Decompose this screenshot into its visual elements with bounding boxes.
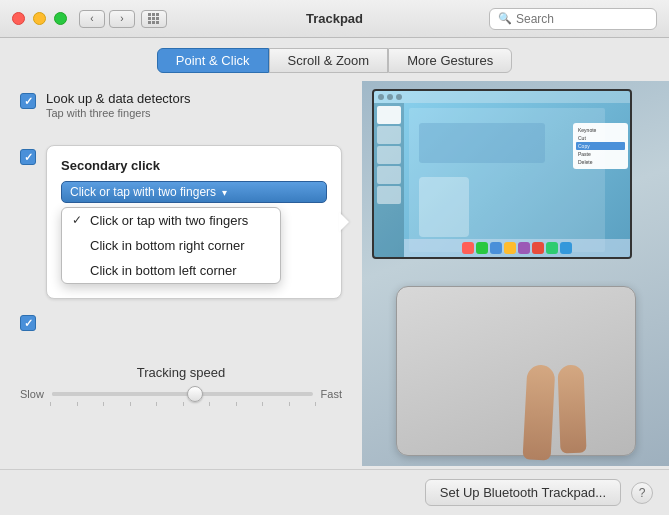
bottom-bar: Set Up Bluetooth Trackpad... ? [0,469,669,515]
dropdown-menu: Click or tap with two fingers Click in b… [61,207,281,284]
secondary-click-row: ✓ Secondary click Click or tap with two … [20,135,342,299]
tracking-speed-label: Tracking speed [20,365,342,380]
dock-icon-5 [518,242,530,254]
screen-main: Keynote Cut Copy Paste Delete [404,103,630,257]
trackpad-preview: Keynote Cut Copy Paste Delete [362,81,669,466]
screen-dock [404,239,630,257]
trackpad-device-wrap [396,286,636,456]
slide-thumb-5 [377,186,401,204]
tabs-bar: Point & Click Scroll & Zoom More Gesture… [0,38,669,81]
search-icon: 🔍 [498,12,512,25]
popup-item-1: Keynote [576,126,625,134]
lookup-checkbox[interactable]: ✓ [20,93,36,109]
slider-track [52,392,313,396]
slide-thumb-3 [377,146,401,164]
mac-screen-inner: Keynote Cut Copy Paste Delete [374,91,630,257]
search-input[interactable] [516,12,648,26]
secondary-click-card: Secondary click Click or tap with two fi… [46,145,342,299]
dock-icon-1 [462,242,474,254]
menu-dot-1 [378,94,384,100]
dock-icon-4 [504,242,516,254]
popup-item-4: Paste [576,150,625,158]
slider-fill [52,392,195,396]
maximize-button[interactable] [54,12,67,25]
secondary-click-dropdown[interactable]: Click or tap with two fingers ▾ [61,181,327,203]
close-button[interactable] [12,12,25,25]
search-box[interactable]: 🔍 [489,8,657,30]
lookup-setting-text: Look up & data detectors Tap with three … [46,91,191,119]
lookup-setting-row: ✓ Look up & data detectors Tap with thre… [20,91,342,119]
dock-icon-2 [476,242,488,254]
checkmark-icon: ✓ [24,96,33,107]
popup-item-5: Delete [576,158,625,166]
third-checkbox[interactable]: ✓ [20,315,36,331]
svg-rect-7 [152,21,155,24]
secondary-click-checkbox[interactable]: ✓ [20,149,36,165]
tick [77,402,78,406]
slider-ticks [50,402,316,406]
popup-item-2: Cut [576,134,625,142]
dropdown-item-1[interactable]: Click in bottom right corner [62,233,280,258]
secondary-click-card-wrap: Secondary click Click or tap with two fi… [46,135,342,299]
titlebar: ‹ › Trackpad 🔍 [0,0,669,38]
tick [262,402,263,406]
dock-icon-3 [490,242,502,254]
window-controls [12,12,67,25]
back-button[interactable]: ‹ [79,10,105,28]
slide-thumb-1 [377,106,401,124]
fast-label: Fast [321,388,342,400]
dropdown-value: Click or tap with two fingers [70,185,216,199]
dock-icon-6 [532,242,544,254]
popup-item-3: Copy [576,142,625,150]
finger-1 [522,364,555,460]
svg-rect-4 [152,17,155,20]
slider-thumb[interactable] [187,386,203,402]
settings-body: ✓ Look up & data detectors Tap with thre… [0,81,669,466]
tick [236,402,237,406]
nav-buttons: ‹ › [79,10,135,28]
mac-screen: Keynote Cut Copy Paste Delete [372,89,632,259]
secondary-click-title: Secondary click [61,158,160,173]
setup-bluetooth-button[interactable]: Set Up Bluetooth Trackpad... [425,479,621,506]
svg-rect-1 [152,13,155,16]
window-title: Trackpad [306,11,363,26]
slider-row: Slow Fast [20,388,342,400]
grid-button[interactable] [141,10,167,28]
checkmark-icon-3: ✓ [24,318,33,329]
help-button[interactable]: ? [631,482,653,504]
tick [183,402,184,406]
screen-sidebar [374,103,404,257]
svg-rect-0 [148,13,151,16]
svg-rect-8 [156,21,159,24]
screen-menubar [374,91,630,103]
trackpad-device [396,286,636,456]
tab-scroll-zoom[interactable]: Scroll & Zoom [269,48,389,73]
slide-thumb-2 [377,126,401,144]
menu-dot-2 [387,94,393,100]
dock-icon-7 [546,242,558,254]
screen-popup: Keynote Cut Copy Paste Delete [573,123,628,169]
dropdown-item-0[interactable]: Click or tap with two fingers [62,208,280,233]
svg-rect-3 [148,17,151,20]
slow-label: Slow [20,388,44,400]
svg-rect-2 [156,13,159,16]
finger-group [525,365,585,460]
forward-button[interactable]: › [109,10,135,28]
screen-content: Keynote Cut Copy Paste Delete [374,103,630,257]
tab-point-click[interactable]: Point & Click [157,48,269,73]
lookup-subtitle: Tap with three fingers [46,107,191,119]
tick [156,402,157,406]
svg-rect-5 [156,17,159,20]
minimize-button[interactable] [33,12,46,25]
menu-dot-3 [396,94,402,100]
dropdown-item-2[interactable]: Click in bottom left corner [62,258,280,283]
chevron-down-icon: ▾ [222,187,227,198]
tracking-speed-section: Tracking speed Slow Fast [0,365,362,406]
tick [315,402,316,406]
tick [209,402,210,406]
finger-2 [557,365,586,454]
tab-more-gestures[interactable]: More Gestures [388,48,512,73]
tick [289,402,290,406]
svg-rect-6 [148,21,151,24]
secondary-click-header-row: Secondary click [61,158,327,173]
